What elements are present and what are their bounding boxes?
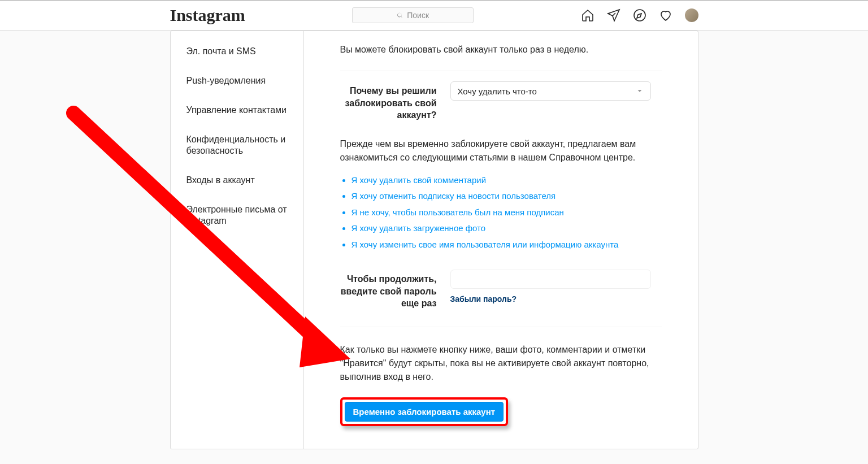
sidebar-item-contacts[interactable]: Управление контактами — [171, 96, 303, 125]
avatar[interactable] — [685, 8, 698, 22]
submit-button-highlight: Временно заблокировать аккаунт — [340, 397, 509, 426]
messages-icon[interactable] — [607, 8, 620, 22]
help-link-change-username[interactable]: Я хочу изменить свое имя пользователя ил… — [351, 240, 619, 249]
help-link-delete-photo[interactable]: Я хочу удалить загруженное фото — [351, 223, 486, 233]
search-placeholder: Поиск — [407, 11, 429, 20]
reason-select[interactable]: Хочу удалить что-то — [450, 81, 651, 101]
search-input[interactable]: Поиск — [352, 7, 474, 23]
help-link-remove-follower[interactable]: Я не хочу, чтобы пользователь был на мен… — [351, 207, 564, 217]
sidebar-item-push[interactable]: Push-уведомления — [171, 66, 303, 96]
svg-point-0 — [634, 10, 645, 21]
final-text: Как только вы нажмете кнопку ниже, ваши … — [340, 343, 662, 384]
reason-selected-value: Хочу удалить что-то — [458, 86, 537, 96]
search-icon — [397, 12, 403, 19]
instagram-logo[interactable]: Instagram — [170, 6, 245, 25]
sidebar-item-logins[interactable]: Входы в аккаунт — [171, 166, 303, 195]
password-input[interactable] — [450, 270, 651, 289]
password-label: Чтобы продолжить, введите свой пароль ещ… — [340, 270, 450, 310]
limit-text: Вы можете блокировать свой аккаунт тольк… — [340, 31, 662, 68]
explore-icon[interactable] — [633, 8, 646, 22]
top-bar: Instagram Поиск — [0, 0, 868, 31]
sidebar-item-emails[interactable]: Электронные письма от Instagram — [171, 195, 303, 236]
sidebar-item-email-sms[interactable]: Эл. почта и SMS — [171, 37, 303, 66]
sidebar-item-privacy[interactable]: Конфиденциальность и безопасность — [171, 125, 303, 166]
disable-account-button[interactable]: Временно заблокировать аккаунт — [345, 402, 504, 422]
help-link-delete-comment[interactable]: Я хочу удалить свой комментарий — [351, 175, 487, 185]
settings-panel: Эл. почта и SMS Push-уведомления Управле… — [170, 31, 698, 449]
forgot-password-link[interactable]: Забыли пароль? — [450, 294, 517, 303]
activity-icon[interactable] — [659, 8, 672, 22]
help-intro: Прежде чем вы временно заблокируете свой… — [340, 137, 662, 164]
home-icon[interactable] — [581, 8, 594, 22]
settings-sidebar: Эл. почта и SMS Push-уведомления Управле… — [171, 31, 304, 449]
nav-icons — [581, 8, 698, 22]
help-link-unfollow[interactable]: Я хочу отменить подписку на новости поль… — [351, 191, 556, 201]
help-links: Я хочу удалить свой комментарий Я хочу о… — [340, 172, 662, 253]
reason-label: Почему вы решили заблокировать свой акка… — [340, 81, 450, 122]
chevron-down-icon — [636, 87, 644, 95]
main-content: Вы можете блокировать свой аккаунт тольк… — [304, 31, 698, 449]
